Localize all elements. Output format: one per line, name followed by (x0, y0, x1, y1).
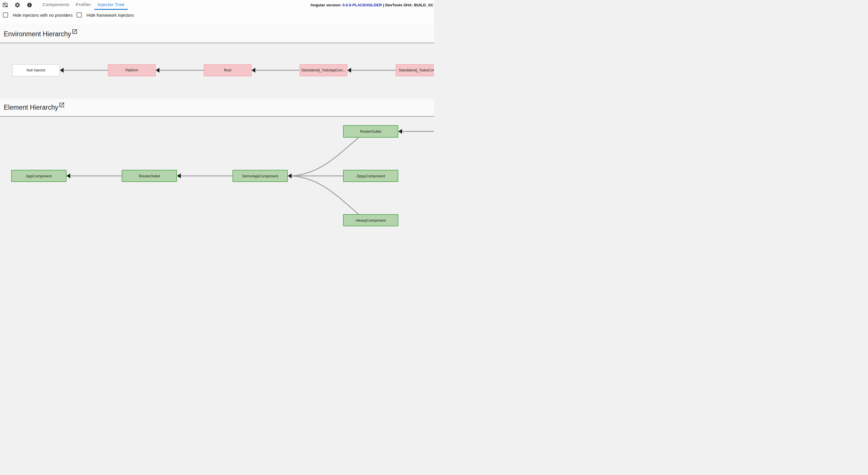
header: Components Profiler Injector Tree Angula… (0, 0, 434, 25)
filter-hide-framework: Hide framework injectors (76, 12, 134, 18)
environment-hierarchy-graph: Null Injector Platform Root Standalone[_… (0, 43, 434, 99)
elem-node-zippycomponent[interactable]: ZippyComponent (343, 170, 398, 182)
hide-no-providers-label: Hide injectors with no providers (13, 13, 72, 18)
filter-row: Hide injectors with no providers Hide fr… (0, 12, 434, 18)
devtools-sha: | DevTools SHA: BUILD_SC (383, 3, 433, 7)
version-value[interactable]: 0.0.0-PLACEHOLDER (342, 3, 382, 7)
element-hierarchy-header: Element Hierarchy (0, 99, 434, 117)
element-hierarchy-graph: AppComponent RouterOutlet DemoAppCompone… (0, 117, 434, 236)
env-node-root[interactable]: Root (204, 64, 251, 76)
env-node-standalone-todos[interactable]: Standalone[_TodosComp... (396, 64, 434, 76)
arrowhead-root (251, 68, 255, 73)
open-in-new-icon[interactable] (72, 29, 78, 36)
env-node-standalone-todoapp[interactable]: Standalone[_TodoAppCom... (300, 64, 347, 76)
env-node-platform[interactable]: Platform (108, 64, 156, 76)
environment-hierarchy-title: Environment Hierarchy (4, 30, 71, 38)
arrowhead-platform (156, 68, 159, 73)
arrowhead-appcomponent (66, 174, 70, 178)
hide-no-providers-checkbox[interactable] (3, 12, 8, 18)
version-label: Angular version: (311, 3, 341, 7)
open-in-new-icon[interactable] (59, 102, 65, 109)
settings-gear-icon[interactable] (14, 2, 21, 8)
arrowhead-null-injector (60, 68, 64, 73)
tab-bar: Components Profiler Injector Tree (39, 0, 128, 10)
version-info: Angular version: 0.0.0-PLACEHOLDER | Dev… (311, 3, 433, 7)
hide-framework-checkbox[interactable] (76, 12, 82, 18)
tab-components[interactable]: Components (39, 0, 72, 10)
arrowhead-standalone1 (347, 68, 351, 73)
tab-injector-tree[interactable]: Injector Tree (94, 0, 128, 10)
elem-node-demoappcomponent[interactable]: DemoAppComponent (232, 170, 288, 182)
elem-node-appcomponent[interactable]: AppComponent (11, 170, 66, 182)
env-node-null-injector[interactable]: Null Injector (12, 64, 60, 76)
elem-node-routeroutlet[interactable]: RouterOutlet (122, 170, 177, 182)
environment-hierarchy-header: Environment Hierarchy (0, 25, 434, 43)
tab-profiler[interactable]: Profiler (72, 0, 94, 10)
arrowhead-demoapp (288, 174, 291, 178)
filter-hide-no-providers: Hide injectors with no providers (3, 12, 72, 18)
info-icon[interactable] (26, 2, 33, 8)
elem-node-routeroutlet-2[interactable]: RouterOutlet (343, 125, 398, 138)
elem-node-heavycomponent[interactable]: HeavyComponent (343, 214, 398, 226)
inspect-icon[interactable] (2, 2, 8, 8)
hide-framework-label: Hide framework injectors (86, 13, 134, 18)
arrowhead-routeroutlet2 (398, 129, 402, 134)
arrowhead-routeroutlet (177, 174, 181, 178)
element-hierarchy-title: Element Hierarchy (4, 103, 58, 111)
